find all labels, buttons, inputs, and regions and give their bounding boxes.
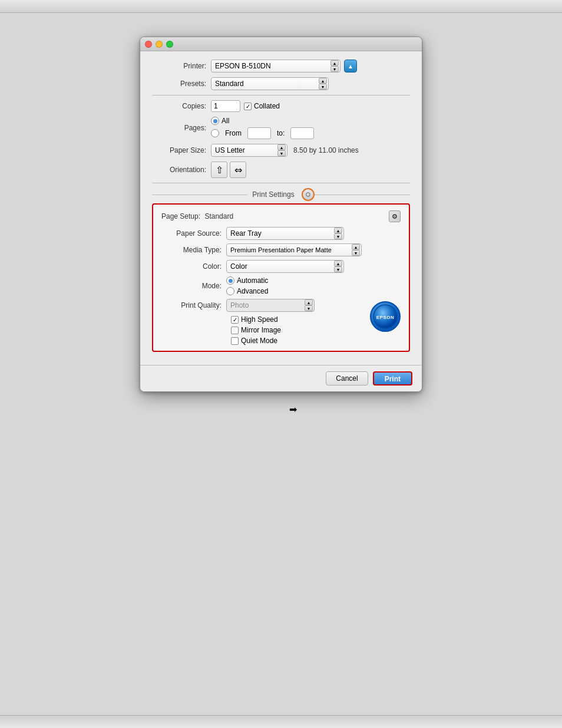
printer-control: EPSON B-510DN ▲ ▼ ▲ [211, 60, 410, 73]
landscape-button[interactable]: ⇔ [230, 162, 246, 178]
paper-size-info: 8.50 by 11.00 inches [293, 146, 359, 154]
paper-size-down[interactable]: ▼ [277, 150, 286, 156]
printer-icon-button[interactable]: ▲ [344, 60, 357, 73]
arrow-icon: ➡ [289, 404, 297, 415]
pages-all-row: All [211, 117, 314, 125]
minimize-button[interactable] [156, 41, 163, 48]
mode-value: Automatic Advanced [226, 276, 401, 295]
color-row: Color: Color ▲ ▼ [161, 260, 401, 273]
printer-value: EPSON B-510DN [215, 62, 271, 70]
separator2 [152, 183, 410, 183]
color-label: Color: [161, 262, 226, 271]
pages-row: Pages: All Fr [152, 117, 410, 139]
print-dialog: Printer: EPSON B-510DN ▲ ▼ ▲ Presets: [140, 37, 422, 392]
presets-control: Standard ▲ ▼ [211, 77, 410, 90]
quality-logo-row: Print Quality: Photo ▲ ▼ [161, 299, 401, 345]
maximize-button[interactable] [166, 41, 173, 48]
epson-logo-container: EPSON [370, 301, 401, 332]
mode-advanced-text: Advanced [237, 287, 268, 295]
quiet-mode-checkbox[interactable] [231, 337, 239, 345]
mode-automatic-dot [229, 279, 233, 283]
printer-down[interactable]: ▼ [330, 66, 339, 72]
paper-size-control: US Letter ▲ ▼ 8.50 by 11.00 inches [211, 144, 410, 157]
settings-line-right [315, 195, 410, 195]
paper-size-up[interactable]: ▲ [277, 144, 286, 150]
copies-row: Copies: 1 ✓ Collated [152, 100, 410, 112]
mirror-image-checkbox[interactable] [231, 327, 239, 334]
pages-all-dot [213, 119, 217, 123]
high-speed-checkbox[interactable]: ✓ [231, 316, 239, 324]
mirror-image-label: Mirror Image [231, 326, 364, 334]
bottom-bar [0, 715, 562, 728]
media-type-row: Media Type: Premium Presentation Paper M… [161, 243, 401, 256]
print-quality-up[interactable]: ▲ [305, 299, 313, 305]
print-quality-down[interactable]: ▼ [305, 305, 313, 311]
collated-label: Collated [254, 102, 280, 110]
pages-all-text: All [222, 117, 229, 125]
paper-source-up[interactable]: ▲ [334, 228, 342, 233]
settings-section: Page Setup: Standard ⚙ Paper Source: Rea… [152, 203, 410, 352]
color-down[interactable]: ▼ [334, 266, 342, 272]
page-setup-text: Page Setup: Standard [161, 212, 233, 220]
page-setup-row: Page Setup: Standard ⚙ [161, 210, 401, 222]
pages-from-radio[interactable] [211, 129, 219, 137]
copies-input[interactable]: 1 [211, 100, 240, 112]
cancel-button[interactable]: Cancel [326, 371, 368, 386]
print-quality-select[interactable]: Photo ▲ ▼ [226, 299, 315, 312]
paper-size-label: Paper Size: [152, 146, 211, 154]
paper-size-value: US Letter [215, 146, 245, 154]
mode-advanced-radio[interactable] [226, 287, 234, 295]
pages-label: Pages: [152, 124, 211, 132]
orientation-control: ⇧ ⇔ [211, 162, 410, 178]
settings-line-left [152, 195, 247, 195]
presets-label: Presets: [152, 80, 211, 88]
printer-select[interactable]: EPSON B-510DN ▲ ▼ [211, 60, 340, 73]
mode-automatic-label: Automatic [226, 276, 268, 285]
pages-control: All From 1 to: 1 [211, 117, 410, 139]
high-speed-label: ✓ High Speed [231, 315, 364, 324]
quiet-mode-label: Quiet Mode [231, 337, 364, 345]
presets-value: Standard [215, 80, 244, 88]
media-type-select[interactable]: Premium Presentation Paper Matte ▲ ▼ [226, 243, 362, 256]
pages-from-input[interactable]: 1 [247, 127, 271, 139]
presets-up[interactable]: ▲ [319, 78, 327, 84]
print-button[interactable]: Print [373, 371, 412, 386]
paper-source-text: Rear Tray [230, 229, 262, 238]
printer-up[interactable]: ▲ [330, 60, 339, 66]
print-settings-bar: Print Settings ⬡ [152, 188, 410, 201]
pages-to-label: to: [277, 129, 285, 137]
pages-section: All From 1 to: 1 [211, 117, 314, 139]
copies-label: Copies: [152, 102, 211, 110]
paper-source-value: Rear Tray ▲ ▼ [226, 227, 401, 240]
epson-logo: EPSON [370, 301, 401, 332]
page-setup-icon[interactable]: ⚙ [389, 210, 401, 222]
copies-control: 1 ✓ Collated [211, 100, 410, 112]
top-bar [0, 0, 562, 13]
pages-from-row: From 1 to: 1 [211, 127, 314, 139]
presets-select[interactable]: Standard ▲ ▼ [211, 77, 329, 90]
color-up[interactable]: ▲ [334, 261, 342, 266]
printer-label: Printer: [152, 62, 211, 70]
svg-text:EPSON: EPSON [376, 315, 395, 320]
pages-all-radio[interactable] [211, 117, 219, 125]
mode-automatic-radio[interactable] [226, 276, 234, 285]
collated-checkbox[interactable]: ✓ [244, 103, 252, 110]
pages-all-radio-label: All [211, 117, 229, 125]
paper-source-select[interactable]: Rear Tray ▲ ▼ [226, 227, 344, 240]
pages-to-input[interactable]: 1 [290, 127, 314, 139]
close-button[interactable] [145, 41, 152, 48]
mode-advanced-label: Advanced [226, 287, 268, 295]
page-content: Printer: EPSON B-510DN ▲ ▼ ▲ Presets: [0, 13, 562, 715]
mode-row: Mode: Automatic Advanced [161, 276, 401, 295]
paper-size-select[interactable]: US Letter ▲ ▼ [211, 144, 287, 157]
portrait-button[interactable]: ⇧ [211, 162, 227, 178]
media-type-up[interactable]: ▲ [352, 244, 360, 250]
media-type-down[interactable]: ▼ [352, 250, 360, 256]
mode-automatic-text: Automatic [237, 276, 268, 285]
presets-down[interactable]: ▼ [319, 84, 327, 90]
paper-source-down[interactable]: ▼ [334, 233, 342, 239]
print-settings-stepper[interactable]: ⬡ [302, 188, 315, 201]
color-value: Color ▲ ▼ [226, 260, 401, 273]
color-select[interactable]: Color ▲ ▼ [226, 260, 344, 273]
page-setup-value: Standard [204, 212, 233, 220]
